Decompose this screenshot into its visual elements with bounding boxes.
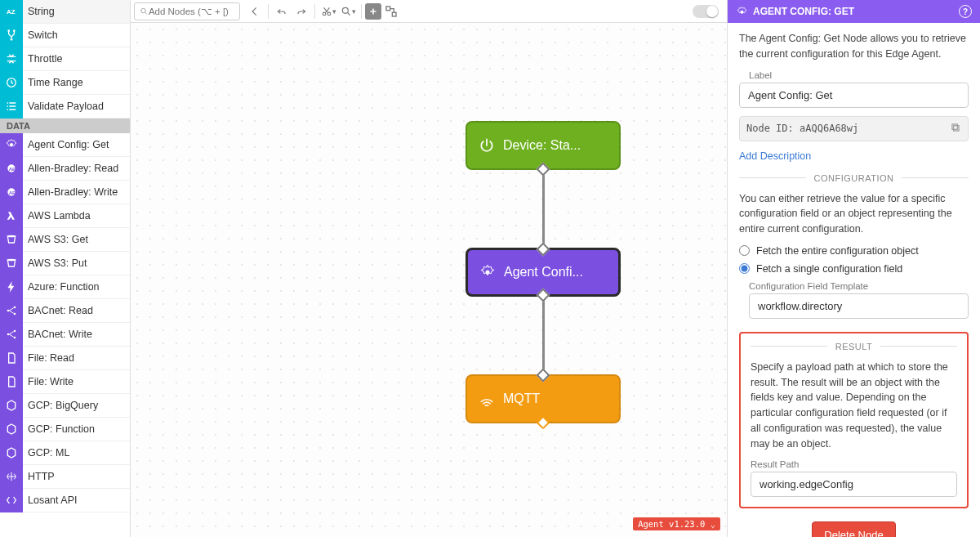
zoom-button[interactable]: ▾ (338, 2, 358, 21)
wifi-icon (479, 391, 495, 407)
workflow-canvas[interactable]: Device: Sta... Agent Confi... MQTT Agent… (131, 23, 727, 537)
gear-icon (479, 264, 496, 280)
undo-button[interactable] (272, 2, 292, 21)
palette-item-ab-write[interactable]: AB Allen-Bradley: Write (0, 181, 130, 204)
node-label: Device: Sta... (503, 138, 581, 153)
palette-label: AWS Lambda (23, 210, 91, 222)
ab-icon: AB (0, 157, 23, 181)
svg-point-15 (7, 333, 10, 336)
node-label: Agent Confi... (504, 265, 583, 280)
config-field-input[interactable] (749, 293, 969, 319)
svg-rect-23 (392, 12, 396, 16)
node-id-display: Node ID: aAQQ6A68wj (739, 116, 969, 141)
palette-item-bacnet-write[interactable]: BACnet: Write (0, 323, 130, 347)
power-icon (479, 137, 495, 154)
branch-icon (0, 24, 23, 47)
help-button[interactable]: ? (959, 5, 972, 18)
palette-label: Throttle (23, 53, 62, 65)
svg-point-5 (10, 143, 13, 146)
output-port[interactable] (537, 163, 550, 177)
hex-icon (0, 418, 23, 441)
palette-label: GCP: Function (23, 423, 95, 435)
search-input[interactable] (149, 7, 234, 16)
svg-point-18 (141, 8, 145, 12)
palette-label: HTTP (23, 471, 55, 482)
result-section-divider: RESULT (751, 342, 957, 351)
palette-label: GCP: BigQuery (23, 400, 98, 411)
palette-category-data: DATA (0, 119, 130, 133)
net-icon (0, 323, 23, 347)
output-port[interactable] (537, 289, 550, 302)
palette-label: File: Write (23, 376, 74, 387)
bucket-icon (0, 252, 23, 275)
redo-button[interactable] (292, 2, 311, 21)
input-port[interactable] (537, 243, 550, 257)
file-icon (0, 347, 23, 370)
add-button[interactable] (365, 3, 381, 20)
svg-point-14 (14, 313, 16, 315)
palette-item-throttle[interactable]: Throttle (0, 47, 130, 71)
palette-item-bacnet-read[interactable]: BACnet: Read (0, 299, 130, 323)
palette-item-ab-read[interactable]: AB Allen-Bradley: Read (0, 157, 130, 181)
svg-rect-27 (952, 123, 957, 128)
palette-label: String (23, 6, 55, 17)
back-button[interactable] (245, 2, 265, 21)
palette-item-s3put[interactable]: AWS S3: Put (0, 252, 130, 275)
delete-node-button[interactable]: Delete Node (812, 521, 895, 537)
palette-label: Allen-Bradley: Read (23, 163, 118, 174)
edge (542, 168, 545, 245)
palette-label: Switch (23, 29, 58, 41)
svg-point-2 (13, 29, 16, 32)
label-field-caption: Label (749, 70, 969, 80)
workflow-node-mqtt[interactable]: MQTT (466, 374, 621, 423)
svg-point-10 (7, 235, 15, 238)
svg-point-21 (342, 7, 348, 13)
gear-icon (0, 133, 23, 157)
palette-item-gcpfn[interactable]: GCP: Function (0, 418, 130, 441)
az-icon: AZ (0, 0, 23, 24)
result-path-input[interactable] (751, 472, 957, 497)
result-section: RESULT Specify a payload path at which t… (739, 332, 969, 509)
search-input-wrapper[interactable] (134, 2, 240, 20)
palette-item-lambda[interactable]: AWS Lambda (0, 204, 130, 228)
copy-icon[interactable] (950, 122, 961, 136)
svg-point-11 (7, 259, 15, 262)
minimap-toggle[interactable] (693, 5, 719, 18)
palette-item-s3get[interactable]: AWS S3: Get (0, 228, 130, 252)
palette-item-string[interactable]: AZ String (0, 0, 130, 24)
svg-point-1 (7, 29, 10, 32)
palette-label: Azure: Function (23, 281, 100, 293)
palette-label: Agent Config: Get (23, 139, 109, 150)
radio-entire-config[interactable]: Fetch the entire configuration object (739, 245, 969, 257)
palette-label: GCP: ML (23, 447, 69, 459)
svg-point-3 (11, 38, 13, 41)
palette-item-timerange[interactable]: Time Range (0, 71, 130, 95)
palette-item-switch[interactable]: Switch (0, 24, 130, 47)
workflow-node-agentconfig[interactable]: Agent Confi... (466, 248, 621, 297)
workflow-button[interactable] (381, 2, 401, 21)
input-port[interactable] (537, 369, 550, 383)
palette-label: BACnet: Read (23, 305, 93, 316)
svg-point-25 (741, 10, 744, 13)
palette-item-gcpml[interactable]: GCP: ML (0, 441, 130, 465)
palette-item-agentconfig[interactable]: Agent Config: Get (0, 133, 130, 157)
add-description-link[interactable]: Add Description (739, 150, 811, 162)
palette-item-http[interactable]: HTTP (0, 465, 130, 489)
palette-item-filewrite[interactable]: File: Write (0, 370, 130, 394)
palette-item-azure[interactable]: Azure: Function (0, 275, 130, 299)
palette-item-losant[interactable]: Losant API (0, 489, 130, 512)
palette-item-bigquery[interactable]: GCP: BigQuery (0, 394, 130, 418)
palette-item-fileread[interactable]: File: Read (0, 347, 130, 370)
cut-button[interactable]: ▾ (318, 2, 338, 21)
palette-item-validate[interactable]: Validate Payload (0, 95, 130, 119)
api-icon (0, 489, 23, 512)
label-input[interactable] (739, 83, 969, 108)
result-intro: Specify a payload path at which to store… (751, 360, 957, 452)
radio-single-field[interactable]: Fetch a single configuration field (739, 263, 969, 275)
output-port[interactable] (537, 416, 550, 430)
svg-point-13 (14, 307, 16, 309)
svg-point-12 (7, 310, 10, 312)
workflow-node-device[interactable]: Device: Sta... (466, 121, 621, 170)
svg-point-17 (14, 337, 16, 339)
panel-header: AGENT CONFIG: GET ? (728, 0, 980, 23)
